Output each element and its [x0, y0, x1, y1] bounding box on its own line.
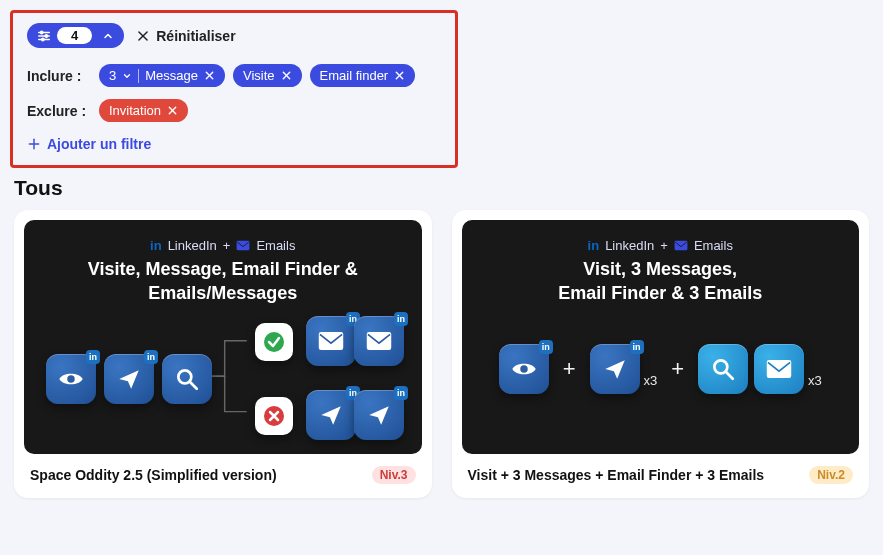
send-tile: in [354, 390, 404, 440]
include-row: Inclure : 3 Message Visite Email finder [27, 64, 441, 87]
cards-container: in LinkedIn + Emails Visite, Message, Em… [0, 210, 883, 498]
send-tile: in [306, 390, 356, 440]
linkedin-badge-icon: in [630, 340, 644, 354]
card-title: Space Oddity 2.5 (Simplified version) [30, 466, 277, 484]
svg-line-21 [190, 382, 197, 389]
svg-point-22 [264, 332, 284, 352]
search-tile [698, 344, 748, 394]
svg-point-27 [520, 365, 527, 372]
hero-source: in LinkedIn + Emails [588, 238, 733, 253]
filter-count-badge: 4 [57, 27, 92, 44]
linkedin-badge-icon: in [394, 386, 408, 400]
linkedin-icon: in [588, 238, 600, 253]
add-filter-button[interactable]: Ajouter un filtre [27, 134, 151, 154]
include-chip-visite[interactable]: Visite [233, 64, 302, 87]
filter-header: 4 Réinitialiser [27, 23, 441, 48]
chip-label: Email finder [320, 68, 389, 83]
source-plus: + [223, 238, 231, 253]
sliders-icon [37, 29, 51, 43]
envelope-tile: in [354, 316, 404, 366]
envelope-icon [236, 240, 250, 251]
envelope-tile [754, 344, 804, 394]
sequence-diagram: in in in [40, 314, 406, 438]
linkedin-badge-icon: in [86, 350, 100, 364]
section-title: Tous [14, 176, 883, 200]
hero-title: Visite, Message, Email Finder & Emails/M… [82, 257, 364, 306]
sequence-card[interactable]: in LinkedIn + Emails Visite, Message, Em… [14, 210, 432, 498]
level-badge: Niv.3 [372, 466, 416, 484]
card-hero: in LinkedIn + Emails Visit, 3 Messages, … [462, 220, 860, 454]
chip-label: Visite [243, 68, 275, 83]
svg-rect-24 [319, 332, 343, 350]
svg-line-29 [726, 372, 733, 379]
card-hero: in LinkedIn + Emails Visite, Message, Em… [24, 220, 422, 454]
source-emails: Emails [694, 238, 733, 253]
send-tile: in [104, 354, 154, 404]
hero-source: in LinkedIn + Emails [150, 238, 295, 253]
multiplier: x3 [644, 373, 658, 388]
exclude-label: Exclure : [27, 103, 91, 119]
linkedin-badge-icon: in [539, 340, 553, 354]
chip-label: Invitation [109, 103, 161, 118]
svg-point-4 [45, 34, 47, 36]
source-emails: Emails [256, 238, 295, 253]
check-tile [255, 323, 293, 361]
search-tile [162, 354, 212, 404]
cross-tile [255, 397, 293, 435]
source-linkedin: LinkedIn [168, 238, 217, 253]
plus-icon [27, 137, 41, 151]
close-icon[interactable] [167, 105, 178, 116]
linkedin-badge-icon: in [394, 312, 408, 326]
svg-rect-25 [367, 332, 391, 350]
plus-separator: + [563, 356, 576, 382]
linkedin-icon: in [150, 238, 162, 253]
linkedin-badge-icon: in [144, 350, 158, 364]
svg-point-5 [42, 38, 44, 40]
filter-panel: 4 Réinitialiser Inclure : 3 Message Visi… [10, 10, 458, 168]
svg-rect-30 [767, 360, 791, 378]
close-icon[interactable] [394, 70, 405, 81]
exclude-chip-invitation[interactable]: Invitation [99, 99, 188, 122]
add-filter-label: Ajouter un filtre [47, 136, 151, 152]
close-icon[interactable] [281, 70, 292, 81]
exclude-row: Exclure : Invitation [27, 99, 441, 122]
chevron-up-icon [98, 30, 118, 42]
svg-point-3 [41, 31, 43, 33]
send-tile: in [590, 344, 640, 394]
reset-label: Réinitialiser [156, 28, 235, 44]
card-title: Visit + 3 Messages + Email Finder + 3 Em… [468, 466, 765, 484]
card-footer: Space Oddity 2.5 (Simplified version) Ni… [24, 454, 422, 488]
include-chip-message[interactable]: 3 Message [99, 64, 225, 87]
icon-row: in + in x3 + x3 [499, 344, 822, 394]
chip-count: 3 [109, 68, 116, 83]
include-chip-email-finder[interactable]: Email finder [310, 64, 416, 87]
sequence-card[interactable]: in LinkedIn + Emails Visit, 3 Messages, … [452, 210, 870, 498]
hero-title: Visit, 3 Messages, Email Finder & 3 Emai… [552, 257, 768, 306]
card-footer: Visit + 3 Messages + Email Finder + 3 Em… [462, 454, 860, 488]
level-badge: Niv.2 [809, 466, 853, 484]
multiplier: x3 [808, 373, 822, 388]
close-icon[interactable] [204, 70, 215, 81]
svg-rect-18 [237, 241, 250, 250]
eye-tile: in [46, 354, 96, 404]
svg-point-19 [67, 375, 74, 382]
chip-divider [138, 69, 139, 83]
envelope-icon [674, 240, 688, 251]
plus-separator: + [671, 356, 684, 382]
chevron-down-icon [122, 71, 132, 81]
eye-tile: in [499, 344, 549, 394]
svg-rect-26 [674, 241, 687, 250]
chip-label: Message [145, 68, 198, 83]
source-linkedin: LinkedIn [605, 238, 654, 253]
source-plus: + [660, 238, 668, 253]
envelope-tile: in [306, 316, 356, 366]
include-label: Inclure : [27, 68, 91, 84]
filter-toggle[interactable]: 4 [27, 23, 124, 48]
reset-button[interactable]: Réinitialiser [136, 28, 235, 44]
